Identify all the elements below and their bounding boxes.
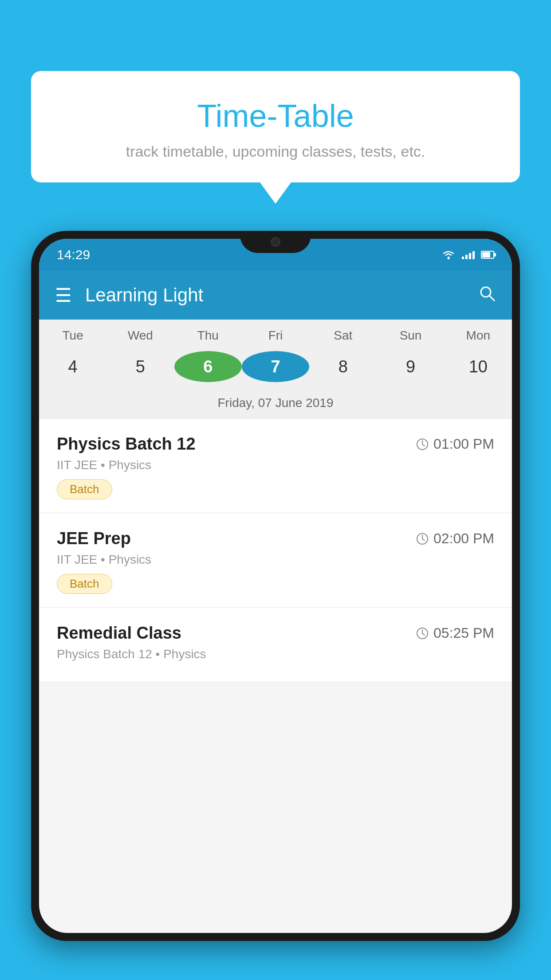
status-icons: [441, 249, 494, 260]
clock-icon-2: [416, 532, 429, 545]
day-header-sun: Sun: [377, 328, 444, 343]
day-numbers: 4 5 6 7 8 9: [39, 346, 512, 392]
day-7-wrap[interactable]: 7: [242, 349, 309, 384]
schedule-item-2-time: 02:00 PM: [416, 530, 494, 547]
clock-icon-1: [416, 438, 429, 451]
schedule-item-3-time: 05:25 PM: [416, 625, 494, 641]
schedule-item-2[interactable]: JEE Prep 02:00 PM IIT JEE • Physics Batc…: [39, 513, 512, 608]
schedule-item-1-header: Physics Batch 12 01:00 PM: [57, 435, 494, 454]
schedule-item-2-sub: IIT JEE • Physics: [57, 553, 494, 567]
speech-bubble-container: Time-Table track timetable, upcoming cla…: [31, 71, 520, 182]
day-4-wrap[interactable]: 4: [39, 349, 106, 384]
day-header-thu: Thu: [174, 328, 242, 343]
svg-point-0: [448, 257, 450, 260]
day-4: 4: [39, 357, 106, 376]
hamburger-icon[interactable]: ☰: [55, 285, 72, 306]
schedule-item-1-title: Physics Batch 12: [57, 435, 196, 454]
schedule-item-2-title: JEE Prep: [57, 529, 131, 548]
schedule-item-3-sub: Physics Batch 12 • Physics: [57, 647, 494, 661]
svg-line-11: [422, 633, 425, 635]
schedule-item-3-title: Remedial Class: [57, 624, 181, 643]
svg-line-5: [422, 444, 425, 446]
speech-bubble-subtitle: track timetable, upcoming classes, tests…: [58, 143, 493, 160]
schedule-item-1-batch-tag: Batch: [57, 479, 112, 499]
schedule-item-2-header: JEE Prep 02:00 PM: [57, 529, 494, 548]
app-bar-title: Learning Light: [85, 285, 478, 306]
schedule-item-1[interactable]: Physics Batch 12 01:00 PM IIT JEE • Phys…: [39, 419, 512, 513]
day-5-wrap[interactable]: 5: [106, 349, 174, 384]
day-5: 5: [106, 357, 174, 376]
app-bar: ☰ Learning Light: [39, 271, 512, 320]
notch-camera: [271, 237, 280, 247]
schedule-item-2-batch-tag: Batch: [57, 574, 112, 594]
schedule-list: Physics Batch 12 01:00 PM IIT JEE • Phys…: [39, 419, 512, 682]
day-9-wrap[interactable]: 9: [377, 349, 444, 384]
clock-icon-3: [416, 627, 429, 640]
phone-outer: 14:29: [31, 231, 520, 941]
day-8-wrap[interactable]: 8: [309, 349, 377, 384]
day-header-tue: Tue: [39, 328, 106, 343]
schedule-item-1-sub: IIT JEE • Physics: [57, 458, 494, 472]
schedule-item-3-header: Remedial Class 05:25 PM: [57, 624, 494, 643]
phone-screen: 14:29: [39, 239, 512, 933]
day-headers: Tue Wed Thu Fri Sat Sun Mon: [39, 320, 512, 346]
wifi-icon: [441, 249, 456, 260]
day-9: 9: [377, 357, 444, 376]
speech-bubble: Time-Table track timetable, upcoming cla…: [31, 71, 520, 182]
day-10: 10: [445, 357, 512, 376]
day-7-selected: 7: [242, 351, 309, 382]
search-icon[interactable]: [478, 285, 496, 306]
speech-bubble-title: Time-Table: [58, 98, 493, 134]
svg-line-8: [422, 539, 425, 541]
day-header-mon: Mon: [445, 328, 512, 343]
signal-bars-icon: [462, 250, 475, 259]
day-6-wrap[interactable]: 6: [174, 349, 242, 384]
day-header-sat: Sat: [309, 328, 377, 343]
day-header-fri: Fri: [242, 328, 309, 343]
battery-icon: [481, 251, 494, 259]
calendar-section: Tue Wed Thu Fri Sat Sun Mon 4 5: [39, 320, 512, 419]
day-6-today: 6: [174, 351, 242, 382]
phone-notch: [240, 231, 311, 253]
day-10-wrap[interactable]: 10: [445, 349, 512, 384]
schedule-item-1-time: 01:00 PM: [416, 436, 494, 452]
day-8: 8: [309, 357, 377, 376]
day-header-wed: Wed: [106, 328, 174, 343]
status-time: 14:29: [57, 247, 90, 262]
svg-line-2: [489, 296, 494, 300]
schedule-item-3[interactable]: Remedial Class 05:25 PM Physics Batch 12…: [39, 608, 512, 682]
phone-container: 14:29: [31, 231, 520, 980]
date-label: Friday, 07 June 2019: [39, 392, 512, 419]
